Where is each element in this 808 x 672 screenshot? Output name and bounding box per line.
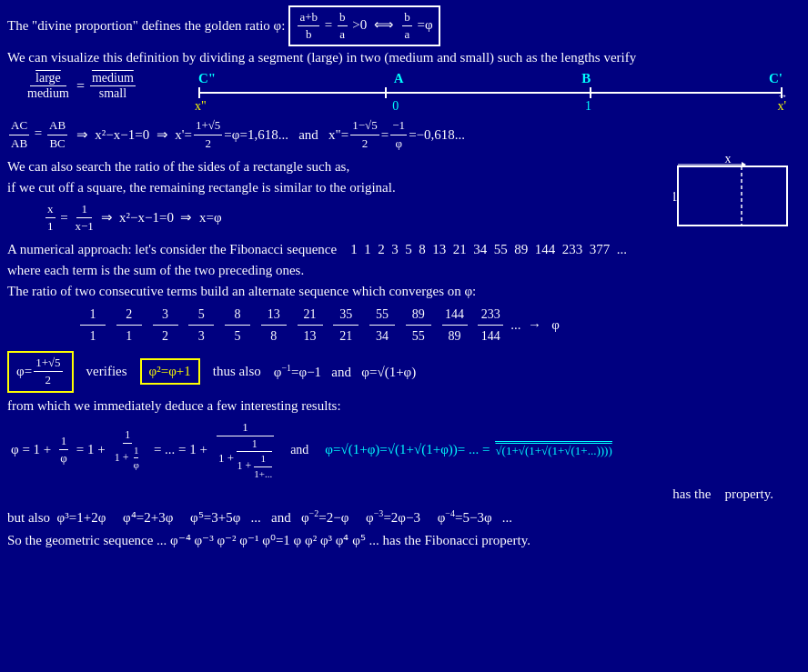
fib-ratio-13-8: 13 8 xyxy=(261,305,287,346)
box-phi-formula: φ= 1+√5 2 xyxy=(7,351,74,392)
fib-ratio-35-21: 35 21 xyxy=(333,305,359,346)
line-divine-proportion: The "divine proportion" defines the gold… xyxy=(7,5,801,46)
page-container: The "divine proportion" defines the gold… xyxy=(7,5,801,550)
has-the-text: has the property. xyxy=(672,485,773,504)
equation-ac-ab: AC AB = AB BC ⇒ x²−x−1=0 ⇒ x'= 1+√5 2 =φ… xyxy=(7,117,801,151)
label-one: 1 xyxy=(585,99,591,114)
fib-ratio-1-1: 1 1 xyxy=(80,305,106,346)
label-b: B xyxy=(581,71,591,86)
but-also-text: but also xyxy=(7,508,50,527)
equation-x-over-1: x 1 = 1 x−1 ⇒ x²−x−1=0 ⇒ x=φ xyxy=(44,201,673,235)
label-x-double-prime: x" xyxy=(195,99,207,114)
label-zero: 0 xyxy=(392,99,399,114)
rect-svg: x 1 xyxy=(673,148,792,230)
line-rectangle-1: We can also search the ratio of the side… xyxy=(7,157,673,176)
line-rectangle-2: if we cut off a square, the remaining re… xyxy=(7,178,673,197)
fib-ratio-21-13: 21 13 xyxy=(298,305,323,346)
continued-fractions-line: φ = 1 + 1 φ = 1 + 1 1 + 1φ = ... = 1 + 1… xyxy=(7,419,801,482)
number-line-segment: C" A B C' → x" 0 1 x' xyxy=(180,71,801,114)
rectangle-text-block: We can also search the ratio of the side… xyxy=(7,157,673,236)
divine-text: The "divine proportion" defines the gold… xyxy=(7,16,285,35)
large-medium-fraction: large medium = medium small xyxy=(7,71,180,101)
line-deduce: from which we immediately deduce a few i… xyxy=(7,396,801,416)
fib-ratio-144-89: 144 89 xyxy=(442,305,468,346)
label-c-prime: C' xyxy=(769,71,783,86)
line-ratio-converges: The ratio of two consecutive terms build… xyxy=(7,282,801,301)
formula-box: a+b b = b a >0 ⟺ b a =φ xyxy=(288,5,439,46)
phi-formulas-line: φ= 1+√5 2 verifies φ²=φ+1 thus also φ−1=… xyxy=(7,351,801,392)
visualize-text: We can visualize this definition by divi… xyxy=(7,48,636,67)
svg-text:x: x xyxy=(725,152,732,165)
has-the-property-line: has the property. xyxy=(7,485,773,504)
fib-ratio-5-3: 5 3 xyxy=(188,305,214,346)
rectangle-diagram: x 1 xyxy=(673,148,792,230)
box-phi-squared: φ²=φ+1 xyxy=(140,358,200,385)
fib-ratio-55-34: 55 34 xyxy=(369,305,395,346)
fib-ratio-2-1: 2 1 xyxy=(116,305,142,346)
label-c-double-prime: C" xyxy=(198,71,216,86)
last-line: So the geometric sequence ... φ⁻⁴ φ⁻³ φ⁻… xyxy=(7,531,801,550)
line-fibonacci: A numerical approach: let's consider the… xyxy=(7,240,801,259)
fib-ratio-8-5: 8 5 xyxy=(225,305,250,346)
phi-inverse-text: φ−1=φ−1 and φ=√(1+φ) xyxy=(274,362,417,382)
fib-ratio-3-2: 3 2 xyxy=(153,305,178,346)
label-a: A xyxy=(394,71,404,86)
fib-ratio-233-144: 233 144 xyxy=(478,305,503,346)
fibonacci-text: A numerical approach: let's consider the… xyxy=(7,240,627,259)
line-visualize: We can visualize this definition by divi… xyxy=(7,48,801,67)
line-sum-preceding: where each term is the sum of the two pr… xyxy=(7,261,801,280)
but-also-line: but also φ³=1+2φ φ⁴=2+3φ φ⁵=3+5φ ... and… xyxy=(7,507,801,527)
verifies-text: verifies xyxy=(86,362,127,381)
svg-text:1: 1 xyxy=(673,190,678,204)
fib-ratio-89-55: 89 55 xyxy=(406,305,431,346)
svg-rect-0 xyxy=(678,166,787,226)
thus-also-text: thus also xyxy=(213,362,261,381)
phi-powers-text: φ³=1+2φ φ⁴=2+3φ φ⁵=3+5φ ... and φ−2=2−φ … xyxy=(57,507,512,527)
geometric-sequence-text: So the geometric sequence ... φ⁻⁴ φ⁻³ φ⁻… xyxy=(7,531,530,550)
fibonacci-ratios: 1 1 2 1 3 2 5 3 8 5 13 xyxy=(80,305,801,346)
